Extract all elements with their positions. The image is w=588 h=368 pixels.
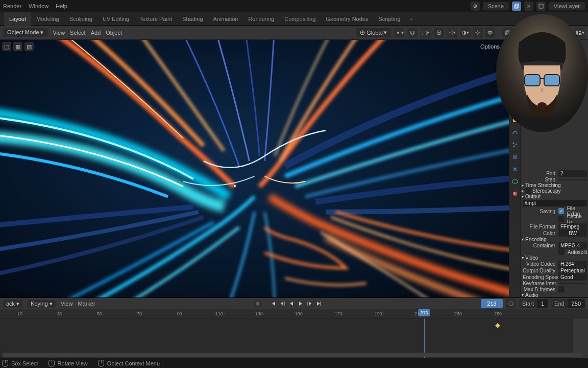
start-frame-field[interactable]: Start1 xyxy=(519,299,548,308)
workspace-tab-shading[interactable]: Shading xyxy=(177,12,208,26)
workspace-tab-animation[interactable]: Animation xyxy=(208,12,243,26)
tool-icon-2[interactable]: ▦ xyxy=(13,42,22,51)
frame-step-field[interactable] xyxy=(558,179,587,180)
playhead-marker[interactable]: 213 xyxy=(419,309,430,316)
properties-tab-particles[interactable] xyxy=(509,139,521,150)
jump-keyframe-back-button[interactable] xyxy=(278,300,286,308)
use-preview-range-toggle[interactable] xyxy=(506,298,516,309)
keying-dropdown[interactable]: Keying ▾ xyxy=(28,300,56,308)
keyframe-diamond[interactable] xyxy=(496,323,501,328)
max-bframes-checkbox[interactable] xyxy=(558,286,565,292)
svg-point-36 xyxy=(513,192,517,196)
svg-rect-3 xyxy=(539,4,543,8)
panel-video[interactable]: ▾Video xyxy=(521,255,588,261)
auto-keyframe-toggle[interactable] xyxy=(254,300,262,308)
panel-time-stretching[interactable]: ▸Time Stretching xyxy=(521,182,588,188)
container-dropdown[interactable]: MPEG-4 xyxy=(558,242,587,249)
workspace-tab-sculpting[interactable]: Sculpting xyxy=(64,12,97,26)
viewport-menu-object[interactable]: Object xyxy=(106,30,122,36)
jump-to-start-button[interactable] xyxy=(269,300,277,308)
visibility-dropdown[interactable]: ◑▾ xyxy=(460,28,471,38)
status-context-menu: Object Context Menu xyxy=(107,360,160,366)
properties-tab-constraints[interactable] xyxy=(509,164,521,175)
interaction-mode-dropdown[interactable]: Object Mode ▾ xyxy=(3,28,47,37)
workspace-tab-rendering[interactable]: Rendering xyxy=(243,12,279,26)
viewport-menu-view[interactable]: View xyxy=(53,30,65,36)
svg-point-33 xyxy=(513,146,515,147)
jump-to-end-button[interactable] xyxy=(315,300,323,308)
frame-end-field[interactable]: 2 xyxy=(558,170,587,177)
playback-controls xyxy=(254,300,323,308)
timeline-tick: 110 xyxy=(215,309,223,318)
workspace-tab-compositing[interactable]: Compositing xyxy=(279,12,321,26)
timeline-menu-view[interactable]: View xyxy=(61,301,73,307)
overlays-toggle[interactable] xyxy=(485,28,495,38)
scene-delete-button[interactable]: × xyxy=(524,2,533,11)
properties-tab-material[interactable] xyxy=(509,188,521,199)
menu-help[interactable]: Help xyxy=(56,3,67,9)
output-quality-dropdown[interactable]: Perceptual xyxy=(558,267,587,274)
viewport-menu-add[interactable]: Add xyxy=(91,30,101,36)
proportional-edit-dropdown[interactable]: ⦾▾ xyxy=(447,28,457,38)
panel-stereoscopy[interactable]: ▸Stereoscopy xyxy=(521,188,588,194)
max-bframes-label: Max B-frames xyxy=(523,287,558,292)
tool-icon-3[interactable]: ▧ xyxy=(24,42,34,51)
scene-browse-icon[interactable] xyxy=(471,2,480,11)
timeline-ruler[interactable]: 213 1030507090110130150170190210230250 xyxy=(0,309,588,318)
timeline-scroll-thumb[interactable] xyxy=(2,353,583,357)
status-box-select: Box Select xyxy=(11,360,38,366)
keyframe-interval-field[interactable] xyxy=(558,283,587,284)
playback-dropdown[interactable]: ack ▾ xyxy=(3,300,22,308)
viewlayer-name-field[interactable]: ViewLayer xyxy=(549,2,585,10)
timeline-editor: ack ▾ Keying ▾ View Marker 213 Start1 En… xyxy=(0,297,588,358)
workspace-tab-uvediting[interactable]: UV Editing xyxy=(97,12,134,26)
scene-new-button[interactable] xyxy=(512,2,521,11)
play-reverse-button[interactable] xyxy=(287,300,296,308)
file-format-dropdown[interactable]: FFmpeg xyxy=(558,223,587,230)
stereoscopy-checkbox[interactable] xyxy=(525,188,531,194)
svg-rect-19 xyxy=(579,31,581,32)
properties-tab-modifier[interactable] xyxy=(509,127,521,138)
snap-toggle[interactable] xyxy=(407,28,418,38)
workspace-tab-scripting[interactable]: Scripting xyxy=(373,12,405,26)
svg-rect-20 xyxy=(579,33,581,35)
workspace-add-button[interactable]: + xyxy=(405,16,416,22)
cache-result-checkbox[interactable] xyxy=(558,216,564,222)
frame-step-label: Step xyxy=(523,177,558,182)
transform-orientation-dropdown[interactable]: Global ▾ xyxy=(356,28,391,37)
gizmo-toggle[interactable] xyxy=(473,28,483,38)
end-frame-field[interactable]: End250 xyxy=(551,299,585,308)
play-button[interactable] xyxy=(297,300,305,308)
svg-rect-40 xyxy=(544,75,559,86)
viewport-menu-select[interactable]: Select xyxy=(70,30,86,36)
snap-dropdown[interactable]: ⬚▾ xyxy=(421,28,431,38)
video-codec-dropdown[interactable]: H.264 xyxy=(558,261,587,267)
workspace-tab-texturepaint[interactable]: Texture Paint xyxy=(134,12,177,26)
proportional-edit-toggle[interactable] xyxy=(434,28,444,38)
properties-tab-physics[interactable] xyxy=(509,151,521,163)
panel-encoding[interactable]: ▾Encoding xyxy=(521,237,588,242)
viewlayer-browse-icon[interactable] xyxy=(536,2,546,11)
scene-name-field[interactable]: Scene xyxy=(483,2,509,10)
current-frame-field[interactable]: 213 xyxy=(481,299,502,308)
timeline-tick: 70 xyxy=(137,309,142,318)
properties-tab-data[interactable] xyxy=(509,176,521,187)
status-rotate-view: Rotate View xyxy=(58,360,88,366)
autosplit-checkbox[interactable] xyxy=(558,249,565,255)
timeline-scrollbar[interactable] xyxy=(2,353,583,357)
panel-output[interactable]: ▾Output xyxy=(521,194,588,199)
workspace-tab-layout[interactable]: Layout xyxy=(4,12,31,26)
jump-keyframe-forward-button[interactable] xyxy=(306,300,314,308)
encoding-speed-dropdown[interactable]: Good xyxy=(558,274,587,281)
menu-render[interactable]: Render xyxy=(3,3,21,9)
color-label: Color xyxy=(523,231,558,236)
timeline-menu-marker[interactable]: Marker xyxy=(78,301,95,307)
3d-viewport[interactable]: ▢ ▦ ▧ Options ▾ xyxy=(0,40,509,297)
pivot-point-dropdown[interactable]: ▾ xyxy=(394,28,404,38)
workspace-tab-geometrynodes[interactable]: Geometry Nodes xyxy=(321,12,373,26)
timeline-tracks[interactable] xyxy=(0,318,588,358)
tool-icon-1[interactable]: ▢ xyxy=(2,42,11,51)
color-mode-bw-button[interactable]: BW xyxy=(558,230,587,237)
menu-window[interactable]: Window xyxy=(29,3,48,9)
workspace-tab-modeling[interactable]: Modeling xyxy=(31,12,64,26)
